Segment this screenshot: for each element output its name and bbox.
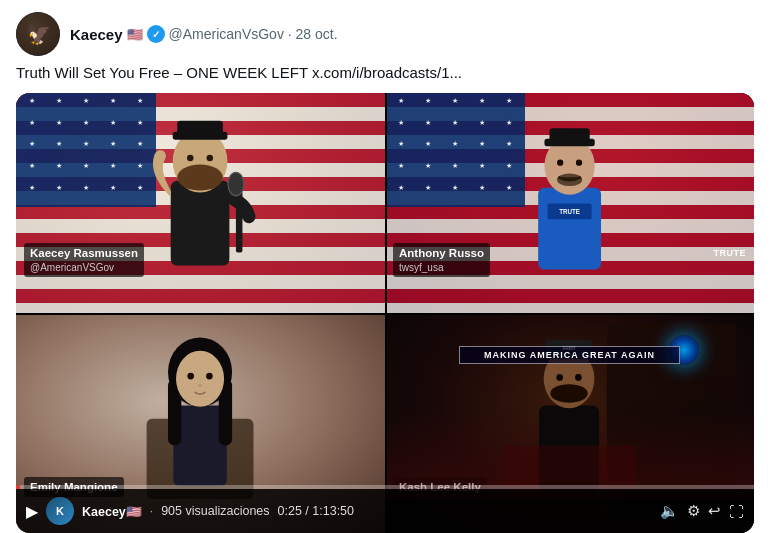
- volume-icon[interactable]: 🔈: [660, 502, 679, 520]
- verified-badge: ✓: [147, 25, 165, 43]
- retweet-icon[interactable]: ↩: [708, 502, 721, 520]
- svg-text:TRUTE: TRUTE: [559, 208, 580, 215]
- h-divider: [16, 313, 754, 315]
- dot-sep: ·: [150, 504, 153, 518]
- svg-point-17: [557, 160, 563, 166]
- person-kash: ARMY: [403, 313, 735, 499]
- channel-avatar: K: [46, 497, 74, 525]
- svg-point-35: [575, 374, 582, 381]
- video-grid: ★★★★★ ★★★★★ ★★★★★ ★★★★★ ★★★★★: [16, 93, 754, 533]
- tweet-text: Truth Will Set You Free – ONE WEEK LEFT …: [16, 62, 754, 83]
- svg-point-34: [557, 374, 564, 381]
- play-button[interactable]: ▶: [26, 502, 38, 521]
- truth-text: TRUTE: [714, 248, 747, 258]
- handle-date: @AmericanVsGov · 28 oct.: [169, 26, 338, 42]
- svg-point-25: [176, 351, 224, 407]
- display-name: Kaecey: [70, 26, 123, 43]
- tweet-date: 28 oct.: [296, 26, 338, 42]
- svg-point-6: [187, 155, 194, 162]
- handle[interactable]: @AmericanVsGov: [169, 26, 284, 42]
- person-emily: IO/N: [34, 313, 366, 499]
- video-cell-top-left: ★★★★★ ★★★★★ ★★★★★ ★★★★★ ★★★★★: [16, 93, 385, 313]
- svg-point-27: [206, 373, 213, 380]
- person-kaecey: [34, 96, 366, 279]
- time-display: 0:25 / 1:13:50: [278, 504, 354, 518]
- user-info: Kaecey 🇺🇸 ✓ @AmericanVsGov · 28 oct.: [70, 25, 338, 43]
- svg-point-18: [576, 160, 582, 166]
- fullscreen-icon[interactable]: ⛶: [729, 503, 744, 520]
- svg-rect-0: [171, 181, 230, 266]
- svg-point-7: [207, 155, 214, 162]
- svg-point-16: [557, 173, 582, 186]
- svg-point-36: [551, 384, 588, 403]
- svg-rect-10: [538, 188, 601, 270]
- view-count: 905 visualizaciones: [161, 504, 269, 518]
- avatar[interactable]: 🦅: [16, 12, 60, 56]
- tweet-header: 🦅 Kaecey 🇺🇸 ✓ @AmericanVsGov · 28 oct.: [16, 12, 754, 56]
- tweet-card: 🦅 Kaecey 🇺🇸 ✓ @AmericanVsGov · 28 oct. T…: [0, 0, 770, 533]
- video-container[interactable]: ★★★★★ ★★★★★ ★★★★★ ★★★★★ ★★★★★: [16, 93, 754, 533]
- svg-point-28: [198, 384, 202, 387]
- svg-point-9: [229, 173, 245, 196]
- settings-icon[interactable]: ⚙: [687, 502, 700, 520]
- svg-rect-21: [174, 406, 227, 486]
- america-sign: MAKING AMERICA GREAT AGAIN: [459, 346, 680, 364]
- flag-icon: 🇺🇸: [127, 27, 143, 42]
- svg-rect-8: [236, 188, 243, 253]
- verified-check-icon: ✓: [152, 29, 160, 40]
- video-cell-top-right: ★★★★★ ★★★★★ ★★★★★ ★★★★★ ★★★★★ TRUTE: [385, 93, 754, 313]
- svg-rect-3: [178, 121, 224, 135]
- channel-name[interactable]: Kaecey🇺🇸: [82, 504, 142, 519]
- svg-rect-15: [549, 128, 589, 142]
- svg-rect-5: [181, 171, 220, 184]
- svg-point-26: [188, 373, 195, 380]
- person-anthony: TRUTE: [422, 103, 717, 279]
- video-controls: ▶ K Kaecey🇺🇸 · 905 visualizaciones 0:25 …: [16, 489, 754, 533]
